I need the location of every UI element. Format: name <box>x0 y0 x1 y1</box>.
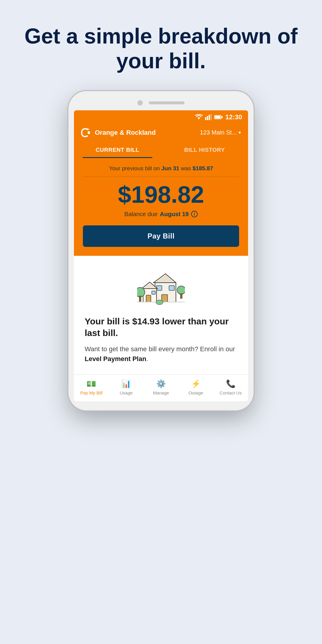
svg-rect-2 <box>207 116 208 120</box>
due-date-value: August 19 <box>160 211 189 218</box>
app-logo: Orange & Rockland <box>81 128 156 137</box>
previous-bill-date: Jun 31 <box>161 165 179 171</box>
app-header: Orange & Rockland 123 Main St... ▾ <box>74 124 248 137</box>
page-headline: Get a simple breakdown of your bill. <box>0 0 322 91</box>
tab-current-bill[interactable]: CURRENT BILL <box>74 143 161 158</box>
bottom-nav: 💵 Pay My Bill 📊 Usage ⚙️ Manage ⚡ Outage… <box>74 374 248 401</box>
phone-camera <box>137 100 143 106</box>
battery-icon <box>214 115 223 120</box>
insight-title: Your bill is $14.93 lower than your last… <box>85 315 237 339</box>
svg-point-17 <box>137 287 145 297</box>
svg-rect-20 <box>180 294 182 298</box>
svg-rect-7 <box>222 116 223 118</box>
svg-rect-4 <box>210 114 212 120</box>
chevron-down-icon: ▾ <box>239 130 241 135</box>
svg-rect-1 <box>205 117 206 120</box>
nav-pay-my-bill[interactable]: 💵 Pay My Bill <box>74 379 109 395</box>
phone-frame: 12:30 Orange & Rockland 123 Main St... ▾… <box>69 91 253 410</box>
app-logo-text: Orange & Rockland <box>95 129 156 137</box>
phone-top-bar <box>74 100 248 106</box>
usage-icon: 📊 <box>121 379 131 388</box>
tabs-bar: CURRENT BILL BILL HISTORY <box>74 137 248 158</box>
signal-icon <box>205 114 212 120</box>
svg-rect-6 <box>214 116 220 118</box>
nav-manage[interactable]: ⚙️ Manage <box>144 379 179 395</box>
due-date: Balance due August 19 i <box>83 211 239 218</box>
svg-rect-12 <box>169 286 174 290</box>
svg-marker-0 <box>197 117 200 120</box>
wifi-icon <box>195 114 203 120</box>
svg-marker-9 <box>154 274 176 283</box>
svg-rect-15 <box>146 295 151 302</box>
phone-screen: 12:30 Orange & Rockland 123 Main St... ▾… <box>74 110 248 401</box>
nav-usage[interactable]: 📊 Usage <box>109 379 144 395</box>
svg-point-19 <box>177 286 185 294</box>
or-logo-icon <box>81 128 92 137</box>
insight-card: Your bill is $14.93 lower than your last… <box>74 256 248 374</box>
insight-body: Want to get the same bill every month? E… <box>85 344 237 364</box>
svg-rect-3 <box>209 115 210 120</box>
svg-rect-11 <box>157 286 162 290</box>
nav-outage[interactable]: ⚡ Outage <box>178 379 213 395</box>
manage-icon: ⚙️ <box>156 379 166 388</box>
outage-icon: ⚡ <box>191 379 201 388</box>
status-icons: 12:30 <box>195 113 242 121</box>
svg-rect-16 <box>152 291 155 294</box>
screen-content: Your bill is $14.93 lower than your last… <box>74 256 248 401</box>
tab-bill-history[interactable]: BILL HISTORY <box>161 143 248 158</box>
phone-speaker <box>149 101 185 104</box>
pay-bill-icon: 💵 <box>86 379 96 388</box>
svg-rect-18 <box>139 296 141 301</box>
current-amount: $198.82 <box>83 182 239 208</box>
address-text: 123 Main St... <box>200 129 237 136</box>
contact-icon: 📞 <box>226 379 236 388</box>
status-bar: 12:30 <box>74 110 248 124</box>
previous-bill-amount: $185.87 <box>193 165 213 171</box>
pay-bill-button[interactable]: Pay Bill <box>83 225 239 247</box>
house-illustration <box>85 268 237 306</box>
house-svg <box>137 268 185 306</box>
address-selector[interactable]: 123 Main St... ▾ <box>200 129 241 136</box>
previous-bill-text: Your previous bill on Jun 31 was $185.87 <box>83 165 239 177</box>
nav-contact-us[interactable]: 📞 Contact Us <box>213 379 248 395</box>
svg-point-22 <box>156 300 163 305</box>
info-icon[interactable]: i <box>191 211 198 217</box>
bill-section: Your previous bill on Jun 31 was $185.87… <box>74 158 248 256</box>
status-time: 12:30 <box>225 113 242 121</box>
